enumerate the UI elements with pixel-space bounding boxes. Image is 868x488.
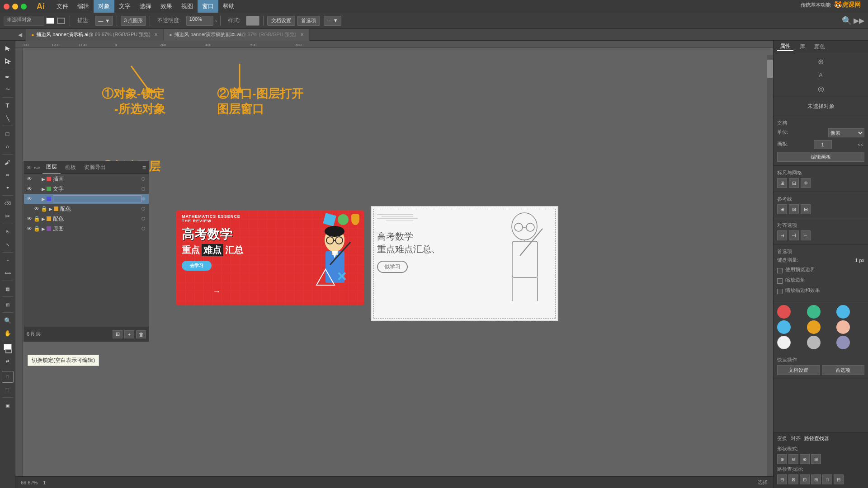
rotate-tool[interactable]: ↻ [2, 226, 14, 238]
eraser-tool[interactable]: ⌫ [2, 197, 14, 209]
artboard-tool[interactable]: ⊞ [2, 299, 14, 310]
layer-row-text[interactable]: 👁 ▶ 文字 [24, 184, 149, 194]
pf-trim-btn[interactable]: ⊠ [788, 474, 798, 484]
menu-item-file[interactable]: 文件 [52, 0, 73, 13]
line-tool[interactable]: ╲ [2, 112, 14, 124]
align-icon-cross[interactable]: ✛ [801, 178, 811, 188]
menu-item-text[interactable]: 文字 [114, 0, 135, 13]
delete-layer-btn[interactable]: 🗑 [136, 330, 146, 338]
swatch-red[interactable] [777, 305, 791, 319]
unit-select[interactable]: 像素 [828, 128, 864, 137]
pencil-tool[interactable]: ✏ [2, 169, 14, 181]
extra-dropdown[interactable]: ⋯ ▼ [324, 16, 341, 26]
swap-fill-stroke[interactable]: ⇄ [2, 355, 14, 367]
layer-row-new[interactable]: 👁 ▶ [24, 194, 149, 204]
arrow-icon-6[interactable]: ▶ [40, 226, 47, 231]
eye-icon-1[interactable]: 👁 [26, 176, 33, 182]
arrow-icon-2[interactable]: ▶ [40, 187, 47, 192]
scale-tool[interactable]: ⤡ [2, 239, 14, 250]
align-left-btn[interactable]: ⫤ [777, 230, 787, 240]
align-tab[interactable]: 对齐 [791, 435, 801, 442]
column-graph-tool[interactable]: ▦ [2, 283, 14, 295]
stroke-color-btn[interactable] [5, 349, 12, 353]
layer-row-palette[interactable]: 👁 🔒 ▶ 配色 [24, 214, 149, 224]
curvature-tool[interactable]: 〜 [2, 84, 14, 95]
pf-divide-btn[interactable]: ⊟ [777, 474, 787, 484]
ellipse-tool[interactable]: ○ [2, 141, 14, 152]
swatch-gray[interactable] [807, 336, 821, 349]
warp-tool[interactable]: ~ [2, 254, 14, 266]
transform-tab[interactable]: 变换 [777, 435, 787, 442]
layer-row-original[interactable]: 👁 🔒 ▶ 原图 [24, 224, 149, 234]
opacity-input[interactable]: 100% [186, 16, 213, 26]
swatch-purple[interactable] [836, 336, 850, 349]
tab-back-icon[interactable]: ◀ [18, 32, 22, 38]
tab-colors[interactable]: 颜色 [811, 43, 828, 51]
scale-effects-checkbox[interactable] [777, 289, 783, 294]
pathfinder-tab[interactable]: 路径查找器 [804, 435, 829, 442]
arrow-icon-3[interactable]: ▶ [40, 197, 47, 202]
select-tool[interactable] [2, 42, 14, 54]
layers-panel-collapse[interactable]: «» [34, 164, 40, 171]
menu-item-object[interactable]: 对象 [94, 0, 114, 13]
doc-settings-btn[interactable]: 文档设置 [267, 16, 295, 26]
style-dropdown[interactable] [246, 16, 259, 26]
layer-row-palette-child[interactable]: 👁 🔒 ▶ 配色 [24, 204, 149, 214]
edit-artboard-btn[interactable]: 编辑画板 [777, 152, 864, 162]
prefs-action-btn[interactable]: 首选项 [822, 365, 865, 375]
align-center-btn[interactable]: ⊣ [789, 230, 799, 240]
mac-min-btn[interactable] [12, 4, 18, 9]
shape-exclude-btn[interactable]: ⊞ [811, 454, 821, 464]
eye-icon-6[interactable]: 👁 [26, 225, 33, 232]
rp-icon-align[interactable]: A [815, 69, 827, 81]
rp-icon-transform[interactable]: ⊕ [815, 55, 827, 68]
menu-item-effects[interactable]: 效果 [156, 0, 177, 13]
eye-icon-2[interactable]: 👁 [26, 186, 33, 192]
menu-item-edit[interactable]: 编辑 [73, 0, 94, 13]
pf-crop-btn[interactable]: ⊞ [811, 474, 821, 484]
width-tool[interactable]: ⟺ [2, 267, 14, 279]
draw-behind[interactable]: ⬚ [2, 384, 14, 395]
zoom-tool[interactable]: 🔍 [2, 314, 14, 326]
stroke-color[interactable] [57, 18, 65, 24]
mac-max-btn[interactable] [21, 4, 27, 9]
arrow-icon-5[interactable]: ▶ [40, 216, 47, 221]
layers-panel-close[interactable]: ✕ [27, 164, 31, 171]
pen-tool[interactable]: ✒ [2, 71, 14, 83]
menu-item-window[interactable]: 窗口 [198, 0, 218, 13]
change-mode[interactable]: ▣ [2, 399, 14, 411]
tab-library[interactable]: 库 [797, 43, 808, 51]
menu-item-view[interactable]: 视图 [177, 0, 198, 13]
shape-unite-btn[interactable]: ⊕ [777, 454, 787, 464]
layers-tab[interactable]: 图层 [42, 161, 61, 174]
align-right-btn[interactable]: ⊢ [801, 230, 811, 240]
pf-merge-btn[interactable]: ⊡ [800, 474, 810, 484]
zoom-level[interactable]: 66.67% [21, 480, 38, 485]
scrollbar-v[interactable] [767, 55, 773, 488]
asset-export-tab[interactable]: 资源导出 [80, 161, 109, 174]
layer-row-illustr[interactable]: 👁 ▶ 插画 [24, 174, 149, 184]
guide-icon-2[interactable]: ⊠ [789, 204, 799, 214]
tab-properties[interactable]: 属性 [777, 42, 793, 51]
guide-icon-1[interactable]: ⊞ [777, 204, 787, 214]
doc-settings-action-btn[interactable]: 文档设置 [777, 365, 820, 375]
scissors-tool[interactable]: ✂ [2, 210, 14, 222]
shape-minus-btn[interactable]: ⊖ [788, 454, 798, 464]
layer-name-input-3[interactable] [53, 195, 142, 202]
shape-intersect-btn[interactable]: ⊗ [800, 454, 810, 464]
swatch-teal[interactable] [807, 305, 821, 319]
eye-icon-4[interactable]: 👁 [33, 206, 40, 212]
pf-minus-back-btn[interactable]: ⊟ [834, 474, 844, 484]
paintbrush-tool[interactable]: 🖌 [2, 156, 14, 168]
type-tool[interactable]: T [2, 99, 14, 111]
pf-outline-btn[interactable]: □ [822, 474, 832, 484]
tab-1-close[interactable]: ✕ [154, 32, 158, 37]
tab-2-close[interactable]: ✕ [300, 32, 304, 37]
align-icon-grid[interactable]: ⊞ [777, 178, 787, 188]
new-layer-set-btn[interactable]: ⊞ [113, 330, 123, 338]
layers-panel-gear[interactable]: ≡ [142, 164, 146, 171]
use-preview-checkbox[interactable] [777, 268, 783, 273]
menu-item-help[interactable]: 帮助 [218, 0, 239, 13]
preferences-btn[interactable]: 首选项 [297, 16, 320, 26]
stroke-dropdown[interactable]: —▼ [95, 16, 113, 26]
